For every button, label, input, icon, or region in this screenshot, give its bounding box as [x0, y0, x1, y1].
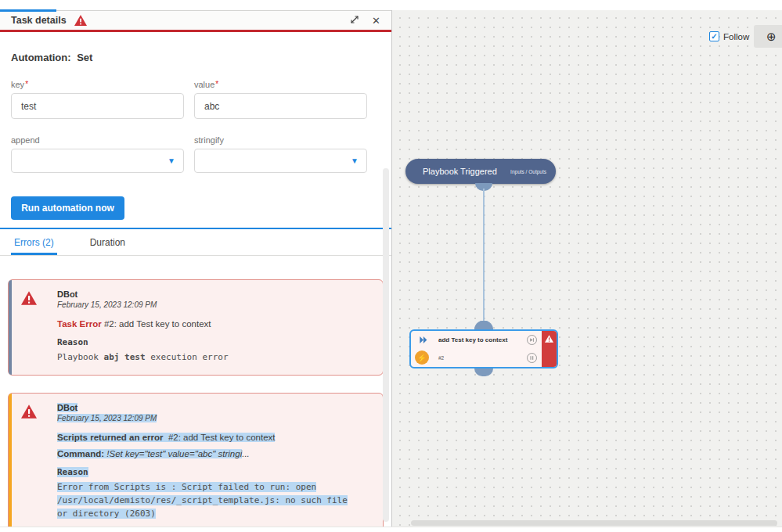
error-type-line: Task Error #2: add Test key to context [57, 319, 373, 329]
task-number: #2 [438, 355, 444, 361]
stringify-label: stringify [194, 135, 367, 145]
reason-label: Reason [57, 337, 373, 347]
append-label: append [11, 135, 184, 145]
warning-icon [21, 291, 37, 305]
required-marker: * [215, 80, 218, 88]
stringify-dropdown[interactable]: ▼ [194, 149, 367, 173]
key-label: key* [11, 80, 184, 89]
panel-scrollbar[interactable] [383, 168, 389, 522]
entry-timestamp: February 15, 2023 12:09 PM [57, 300, 373, 309]
app-root: Task details ✕ Automation: Set key* valu… [0, 0, 782, 532]
trigger-node-label: Playbook Triggered [423, 167, 497, 176]
required-marker: * [25, 80, 28, 88]
playbook-trigger-node[interactable]: Playbook Triggered Inputs / Outputs [405, 159, 556, 184]
panel-header: Task details ✕ [0, 10, 391, 32]
bottom-strip [0, 527, 782, 532]
key-input[interactable] [11, 93, 184, 119]
zoom-toolbar: ⊕ [754, 25, 782, 48]
error-type: Scripts returned an error [57, 433, 163, 442]
pause-icon[interactable] [527, 353, 537, 363]
automation-label: Automation: [11, 52, 71, 63]
playbook-canvas[interactable]: ✓ Follow ⊕ Playbook Triggered Inputs / O… [392, 10, 782, 527]
expand-icon[interactable] [350, 15, 359, 26]
entry-author: DBot [57, 289, 373, 299]
value-input[interactable] [194, 93, 367, 119]
ellipsis: ... [242, 449, 250, 458]
error-ref: #2: add Test key to context [168, 433, 276, 442]
close-icon[interactable]: ✕ [372, 16, 380, 26]
entry-accent-stripe [9, 394, 12, 531]
automation-line: Automation: Set [11, 52, 380, 63]
reason-label: Reason [57, 467, 373, 477]
trigger-node-inputs-outputs[interactable]: Inputs / Outputs [510, 169, 546, 174]
follow-checkbox[interactable]: ✓ [709, 31, 719, 41]
task-error-band [542, 331, 557, 367]
chevron-down-icon: ▼ [351, 156, 359, 165]
skip-icon[interactable] [527, 335, 537, 345]
warning-icon [21, 404, 37, 419]
command-value: !Set key="test" value="abc" stringi [106, 449, 242, 458]
reason-text: Error from Scripts is : Script failed to… [57, 480, 373, 520]
tab-errors[interactable]: Errors (2) [11, 237, 57, 255]
canvas-horizontal-scrollbar[interactable] [411, 520, 777, 526]
error-type-line: Scripts returned an error #2: add Test k… [57, 433, 373, 442]
task-node-title: add Test key to context [438, 336, 507, 343]
error-ref: #2: add Test key to context [104, 319, 211, 329]
chevron-down-icon: ▼ [168, 156, 175, 165]
automation-name: Set [77, 52, 92, 63]
check-icon: ✓ [711, 32, 717, 41]
entry-accent-stripe [9, 280, 12, 375]
active-tab-indicator [0, 9, 56, 12]
append-dropdown[interactable]: ▼ [11, 149, 184, 173]
panel-title: Task details [11, 15, 67, 26]
follow-label: Follow [723, 32, 749, 41]
reason-text: Playbook abj test execution error [57, 350, 373, 364]
edge-line [483, 189, 485, 322]
warning-icon [74, 15, 87, 26]
task-form: key* value* append stringify ▼ ▼ [11, 63, 380, 173]
automation-task-icon [419, 336, 429, 344]
tab-duration[interactable]: Duration [87, 237, 128, 255]
zoom-in-icon[interactable]: ⊕ [766, 30, 777, 44]
follow-control: ✓ Follow [709, 31, 749, 41]
command-line: Command: !Set key="test" value="abc" str… [57, 449, 373, 458]
run-automation-button[interactable]: Run automation now [11, 196, 124, 220]
value-label: value* [194, 80, 367, 89]
command-label: Command: [57, 449, 104, 458]
task-node-add-test-key[interactable]: add Test key to context ⚡ #2 [409, 329, 558, 368]
entry-timestamp: February 15, 2023 12:09 PM [57, 414, 373, 422]
error-entry-2: DBot February 15, 2023 12:09 PM Scripts … [8, 393, 384, 532]
lightning-icon: ⚡ [415, 350, 429, 365]
task-input-connector[interactable] [474, 321, 493, 329]
tabs-divider [0, 255, 391, 256]
warning-icon [545, 335, 553, 367]
entry-author: DBot [57, 403, 373, 412]
result-tabs: Errors (2) Duration [11, 229, 380, 255]
error-entry-1: DBot February 15, 2023 12:09 PM Task Err… [8, 279, 384, 376]
task-output-connector[interactable] [474, 368, 493, 376]
error-type: Task Error [57, 319, 102, 329]
task-details-panel: Task details ✕ Automation: Set key* valu… [0, 10, 392, 527]
